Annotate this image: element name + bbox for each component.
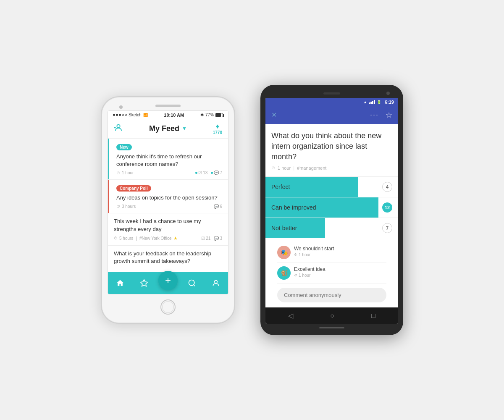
poll-count-1: 4 bbox=[382, 182, 392, 192]
dot-1 bbox=[195, 172, 197, 174]
star-nav-item[interactable] bbox=[132, 279, 156, 287]
meta-actions-1: ☑ 13 💬 7 bbox=[195, 171, 222, 175]
poll-badge: Company Poll bbox=[116, 185, 151, 192]
poll-option-3[interactable]: Not better 7 bbox=[265, 218, 398, 238]
comments-label-3: 3 bbox=[220, 236, 222, 241]
comments-label-2: 6 bbox=[220, 204, 222, 209]
comment-time-label-2: 1 hour bbox=[299, 273, 310, 278]
search-nav-item[interactable] bbox=[180, 279, 204, 287]
bar-2 bbox=[370, 102, 372, 104]
android-content: What do you think about the new intern o… bbox=[265, 124, 398, 308]
poll-label-1: Perfect bbox=[271, 184, 290, 190]
comment-time-label-1: 1 hour bbox=[299, 252, 310, 257]
svg-point-6 bbox=[215, 280, 218, 283]
profile-nav-item[interactable] bbox=[204, 279, 228, 287]
meta-time: 1 hour bbox=[278, 165, 291, 171]
feed-item-4[interactable]: What is your feedback on the leadership … bbox=[108, 246, 228, 272]
home-button[interactable]: ○ bbox=[330, 312, 334, 320]
meta-time-2: ⏱ 3 hours bbox=[116, 204, 136, 209]
comment-count-3: 💬 3 bbox=[214, 236, 222, 241]
android-app-bar: ✕ ··· ☆ bbox=[265, 106, 398, 124]
checks-label-1: 13 bbox=[203, 171, 207, 175]
svg-line-5 bbox=[194, 285, 195, 286]
add-user-button[interactable] bbox=[114, 123, 123, 134]
comment-time-1: ⏱ 1 hour bbox=[294, 252, 386, 257]
battery-percent: 77% bbox=[205, 113, 214, 117]
iphone-home-button[interactable] bbox=[108, 294, 228, 317]
feed-item-title-1: Anyone think it's time to refresh our co… bbox=[116, 153, 222, 168]
android-status-bar: ▲ 🔋 6:19 bbox=[265, 98, 398, 106]
poll-option-1[interactable]: Perfect 4 bbox=[265, 176, 398, 197]
iphone-status-bar: Sketch 📶 10:10 AM ✱ 77% bbox=[108, 111, 228, 119]
android-screen: ▲ 🔋 6:19 ✕ ··· ☆ What d bbox=[265, 98, 398, 324]
iphone-nav-bar: My Feed ▼ ♦ 1770 bbox=[108, 119, 228, 139]
feed-item-meta-2: ⏱ 3 hours 💬 6 bbox=[116, 204, 222, 209]
app-bar-actions: ··· ☆ bbox=[370, 110, 392, 120]
signal-dot-1 bbox=[113, 114, 115, 116]
avatar-emoji-1: 🎭 bbox=[281, 249, 288, 256]
add-nav-item[interactable]: + bbox=[156, 273, 180, 293]
iphone-camera bbox=[119, 105, 123, 109]
meta-divider: | bbox=[293, 165, 294, 171]
meta-tag: #management bbox=[297, 165, 326, 171]
iphone-top-bar bbox=[108, 103, 228, 110]
time-label-1: 1 hour bbox=[122, 171, 134, 175]
svg-marker-3 bbox=[140, 280, 147, 286]
signal-bars bbox=[369, 100, 375, 104]
signal-dot-5 bbox=[125, 114, 127, 116]
feed-item-2[interactable]: Company Poll Any ideas on topics for the… bbox=[108, 180, 228, 213]
svg-point-0 bbox=[117, 125, 120, 128]
status-right: ✱ 77% bbox=[200, 113, 223, 117]
bluetooth-icon: ✱ bbox=[200, 113, 204, 117]
android-bottom-nav: ◁ ○ □ bbox=[265, 307, 398, 324]
home-circle bbox=[160, 299, 176, 315]
poll-option-2[interactable]: Can be improved 12 bbox=[265, 197, 398, 218]
iphone-bottom-nav: + bbox=[108, 272, 228, 294]
checks-label-3: 21 bbox=[206, 236, 210, 241]
plus-icon: + bbox=[165, 275, 171, 286]
dropdown-icon: ▼ bbox=[182, 126, 187, 131]
comments-label-1: 7 bbox=[220, 171, 222, 175]
android-bottom-bar bbox=[265, 324, 398, 329]
time-label-3: 5 hours bbox=[119, 236, 133, 241]
meta-time-1: ⏱ 1 hour bbox=[116, 171, 134, 175]
tag-label-3: #New York Office bbox=[139, 236, 172, 241]
android-meta: ⏱ 1 hour | #management bbox=[271, 165, 392, 171]
avatar-2: 🐒 bbox=[277, 266, 291, 280]
time-label-2: 3 hours bbox=[122, 204, 136, 209]
wifi-icon-android: ▲ bbox=[363, 100, 367, 104]
avatar-emoji-2: 🐒 bbox=[281, 270, 288, 276]
android-question: What do you think about the new intern o… bbox=[271, 131, 392, 163]
bar-1 bbox=[369, 102, 370, 104]
battery-icon bbox=[215, 113, 223, 117]
feed-title: My Feed bbox=[149, 124, 179, 133]
recent-button[interactable]: □ bbox=[371, 312, 375, 320]
battery-icon-android: 🔋 bbox=[377, 100, 381, 104]
comment-count-2: 💬 6 bbox=[214, 204, 222, 209]
status-signal bbox=[113, 114, 127, 116]
feed-item-1[interactable]: New Anyone think it's time to refresh ou… bbox=[108, 139, 228, 180]
poll-label-2: Can be improved bbox=[271, 204, 316, 211]
carrier-label: Sketch bbox=[129, 113, 142, 117]
comment-text-1: We shouldn't start bbox=[294, 246, 386, 252]
comment-time-2: ⏱ 1 hour bbox=[294, 273, 386, 278]
status-left: Sketch 📶 bbox=[113, 113, 148, 117]
feed-item-3[interactable]: This week I had a chance to use my stren… bbox=[108, 213, 228, 245]
points-count: 1770 bbox=[213, 130, 222, 135]
add-button[interactable]: + bbox=[158, 271, 178, 290]
more-button[interactable]: ··· bbox=[370, 110, 379, 119]
signal-dot-4 bbox=[122, 114, 124, 116]
close-button[interactable]: ✕ bbox=[271, 111, 277, 119]
comment-input[interactable] bbox=[277, 288, 386, 302]
feed-list: New Anyone think it's time to refresh ou… bbox=[108, 139, 228, 272]
comment-item-2: 🐒 Excellent idea ⏱ 1 hour bbox=[277, 263, 386, 284]
comment-count-1: 💬 7 bbox=[211, 171, 222, 175]
meta-time-3: ⏱ 5 hours | #New York Office ★ bbox=[114, 236, 178, 241]
comment-text-2: Excellent idea bbox=[294, 266, 386, 272]
nav-title-area[interactable]: My Feed ▼ bbox=[149, 124, 187, 133]
home-nav-item[interactable] bbox=[108, 279, 132, 287]
back-button[interactable]: ◁ bbox=[288, 312, 293, 320]
dot-2 bbox=[211, 172, 213, 174]
star-button[interactable]: ☆ bbox=[386, 110, 392, 120]
poll-container: Perfect 4 Can be improved 12 Not better … bbox=[265, 176, 398, 238]
